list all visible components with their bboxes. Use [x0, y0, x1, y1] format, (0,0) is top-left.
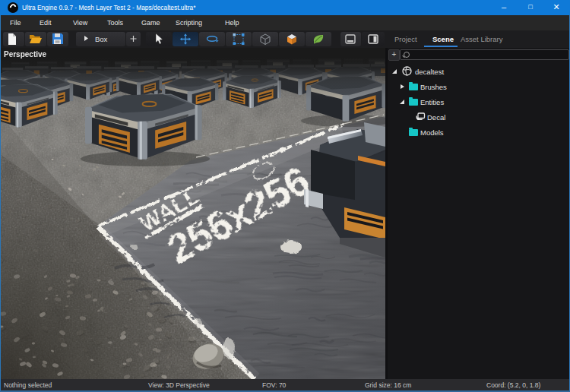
svg-text:Box: Box [95, 35, 108, 43]
svg-text:Perspective: Perspective [4, 50, 47, 58]
